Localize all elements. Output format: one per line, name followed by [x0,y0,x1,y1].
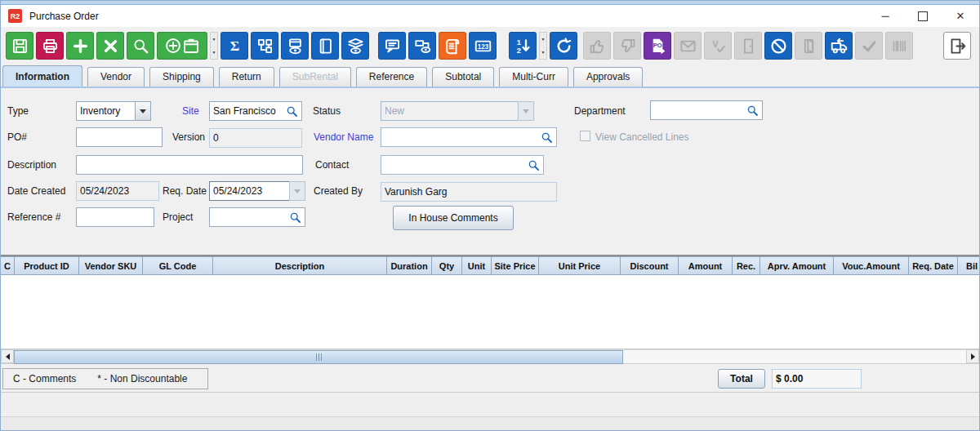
close-button[interactable]: ✕ [942,5,979,27]
app-logo-icon: R2 [8,9,22,23]
view-stock-button[interactable] [341,32,369,60]
chevron-down-icon[interactable] [289,181,305,201]
delete-button[interactable] [96,32,124,60]
type-select[interactable]: Inventory [76,101,151,121]
column-header-duration[interactable]: Duration [387,257,432,274]
chevron-down-icon[interactable] [135,101,151,121]
catalog-button[interactable] [311,32,339,60]
column-header-aprv-amount[interactable]: Aprv. Amount [760,257,834,274]
department-search-field[interactable] [650,100,763,120]
x-icon [102,38,119,55]
magnifier-icon [289,211,301,224]
export-po-button[interactable]: PO [644,32,671,60]
add-items-button[interactable] [157,32,207,60]
in-house-comments-button[interactable]: In House Comments [393,206,514,230]
truck-icon [831,38,848,55]
vendor-invoice-button[interactable] [439,32,466,60]
project-label: Project [163,211,193,223]
tab-shipping[interactable]: Shipping [149,67,214,87]
column-header-gl-code[interactable]: GL Code [143,257,213,274]
chevron-down-icon [518,101,534,121]
receive-shipment-button[interactable] [825,32,853,60]
cancel-po-button[interactable] [764,32,792,60]
scrollbar-track[interactable] [14,349,966,363]
summary-button[interactable]: Σ [220,32,248,60]
prohibit-icon [770,38,787,55]
po-document-icon: PO [649,38,666,55]
req-date-label: Req. Date [163,185,207,197]
search-button[interactable] [127,32,154,60]
magnifier-icon [528,159,540,171]
legend-panel: C - Comments * - Non Discountable [2,368,208,389]
view-package-button[interactable] [281,32,309,60]
refresh-button[interactable] [550,32,577,60]
voucher-icon: V [710,38,727,55]
sort-options-splitter[interactable]: ▼▼ [539,32,547,60]
po-number-input[interactable] [76,127,163,147]
sort-button[interactable]: 12 [509,32,537,60]
column-header-req-date[interactable]: Req. Date [909,257,958,274]
close-po-button [734,32,762,60]
type-label: Type [7,105,29,117]
structure-button[interactable] [251,32,278,60]
project-search-field[interactable] [209,207,305,227]
column-header-rec-[interactable]: Rec. [733,257,760,274]
description-label: Description [7,159,56,171]
column-header-amount[interactable]: Amount [679,257,733,274]
column-header-qty[interactable]: Qty [432,257,462,274]
created-by-label: Created By [314,185,363,197]
tab-information[interactable]: Information [2,65,82,87]
vendor-name-search-field[interactable] [381,127,557,147]
horizontal-scrollbar[interactable] [1,349,979,364]
scroll-left-button[interactable] [1,349,14,363]
description-input[interactable] [76,155,303,175]
column-header-vouc-amount[interactable]: Vouc.Amount [834,257,909,274]
req-date-select[interactable]: 05/24/2023 [209,181,305,201]
tab-vendor[interactable]: Vendor [87,67,145,87]
total-amount-field: $ 0.00 [772,369,862,389]
bottom-status-area [1,392,979,431]
scroll-left-icon [6,353,10,360]
site-search-field[interactable]: San Francisco [209,101,302,121]
column-header-discount[interactable]: Discount [621,257,679,274]
legend-non-discountable: * - Non Discountable [97,373,187,384]
tab-multi-curr[interactable]: Multi-Curr [499,67,568,87]
column-header-site-price[interactable]: Site Price [492,257,539,274]
column-header-unit[interactable]: Unit [462,257,492,274]
reference-number-input[interactable] [76,207,154,227]
package-eye-icon [287,38,304,55]
door-icon [740,38,757,55]
minimize-button[interactable]: ─ [866,5,904,27]
column-header-description[interactable]: Description [213,257,387,274]
quantities-button[interactable]: 123 [469,32,497,60]
save-button[interactable] [6,32,33,60]
scroll-right-button[interactable] [966,349,979,363]
confirm-button [855,32,883,60]
column-header-product-id[interactable]: Product ID [15,257,79,274]
print-button[interactable] [36,32,64,60]
comments-button[interactable] [378,32,406,60]
column-header-vendor-sku[interactable]: Vendor SKU [79,257,143,274]
total-button[interactable]: Total [718,369,765,389]
tab-return[interactable]: Return [219,67,274,87]
column-header-bil[interactable]: Bil [958,257,979,274]
view-flow-button[interactable] [408,32,436,60]
tab-approvals[interactable]: Approvals [573,67,643,87]
tab-reference[interactable]: Reference [356,67,427,87]
tab-subtotal[interactable]: Subtotal [432,67,494,87]
scrollbar-thumb[interactable] [14,350,623,364]
column-header-c[interactable]: C [1,257,15,274]
contact-search-field[interactable] [381,155,544,175]
add-button[interactable] [66,32,94,60]
maximize-button[interactable] [904,5,942,27]
svg-text:2: 2 [516,47,520,55]
site-label: Site [182,105,199,117]
magnifier-icon [132,38,149,55]
add-options-splitter[interactable]: ▼▼ [210,32,218,60]
hierarchy-icon [256,38,274,55]
exit-button[interactable] [943,32,971,60]
chat-icon [384,38,401,55]
column-header-unit-price[interactable]: Unit Price [539,257,621,274]
svg-text:V: V [712,38,718,48]
reject-button [613,32,641,60]
